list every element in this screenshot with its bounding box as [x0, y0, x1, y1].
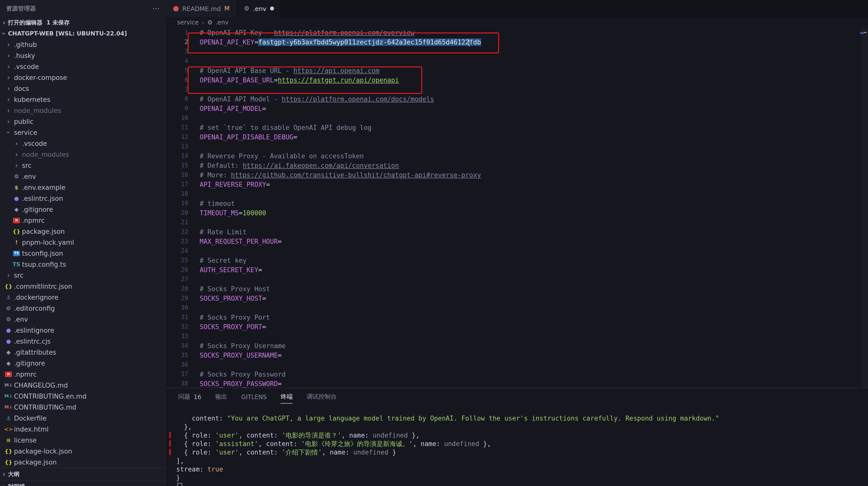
- code-line[interactable]: 30: [166, 303, 868, 313]
- tree-item-tsup.config.ts[interactable]: TStsup.config.ts: [0, 259, 166, 270]
- code-line[interactable]: 18: [166, 189, 868, 199]
- panel-tab-问题[interactable]: 问题16: [178, 388, 202, 406]
- code-line[interactable]: 34# Socks Proxy Username: [166, 341, 868, 351]
- project-root-header[interactable]: › CHATGPT-WEB [WSL: UBUNTU-22.04]: [0, 28, 166, 39]
- code-line[interactable]: 29SOCKS_PROXY_HOST=: [166, 294, 868, 303]
- tree-item-tsconfig.json[interactable]: TStsconfig.json: [0, 248, 166, 259]
- code-line[interactable]: 3: [166, 47, 868, 56]
- chevron-right-icon: ›: [7, 107, 10, 114]
- tree-item-.vscode[interactable]: ›.vscode: [0, 138, 166, 149]
- tree-item-src[interactable]: ›src: [0, 160, 166, 171]
- panel-tab-GITLENS[interactable]: GITLENS: [241, 388, 267, 406]
- code-editor[interactable]: 1# OpenAI API Key - https://platform.ope…: [166, 28, 868, 388]
- tree-item-.eslintignore[interactable]: ●.eslintignore: [0, 325, 166, 336]
- tree-item-.npmrc[interactable]: n.npmrc: [0, 369, 166, 380]
- code-line[interactable]: 6OPENAI_API_BASE_URL=https://fastgpt.run…: [166, 76, 868, 85]
- tab-readme[interactable]: README.md M: [166, 0, 237, 17]
- code-line[interactable]: 32SOCKS_PROXY_PORT=: [166, 322, 868, 332]
- code-line[interactable]: 10: [166, 113, 868, 123]
- tree-item-Dockerfile[interactable]: ⚓Dockerfile: [0, 412, 166, 424]
- code-line[interactable]: 24: [166, 246, 868, 256]
- tree-item-public[interactable]: ›public: [0, 116, 166, 127]
- breadcrumb-folder[interactable]: service: [177, 19, 199, 26]
- tree-item-src[interactable]: ›src: [0, 270, 166, 281]
- panel-tab-输出[interactable]: 输出: [215, 388, 227, 406]
- tree-item-package.json[interactable]: {}package.json: [0, 226, 166, 237]
- tree-item-package.json[interactable]: {}package.json: [0, 457, 166, 467]
- tree-item-node_modules[interactable]: ›node_modules: [0, 105, 166, 116]
- tree-item-node_modules[interactable]: ›node_modules: [0, 149, 166, 160]
- tree-item-pnpm-lock.yaml[interactable]: !pnpm-lock.yaml: [0, 237, 166, 248]
- tree-item-.npmrc[interactable]: n.npmrc: [0, 215, 166, 226]
- tree-item-docs[interactable]: ›docs: [0, 83, 166, 94]
- tree-item-.gitattributes[interactable]: ◆.gitattributes: [0, 347, 166, 358]
- tree-item-.env[interactable]: ⚙.env: [0, 171, 166, 182]
- tree-item-kubernetes[interactable]: ›kubernetes: [0, 94, 166, 105]
- code-line[interactable]: 5# OpenAI API Base URL - https://api.ope…: [166, 66, 868, 76]
- tree-item-label: .env.example: [22, 183, 65, 191]
- code-line[interactable]: 20TIMEOUT_MS=100000: [166, 208, 868, 218]
- code-line[interactable]: 12OPENAI_API_DISABLE_DEBUG=: [166, 132, 868, 142]
- tree-item-.eslintrc.json[interactable]: ●.eslintrc.json: [0, 193, 166, 204]
- code-line[interactable]: 35SOCKS_PROXY_USERNAME=: [166, 351, 868, 360]
- tree-item-license[interactable]: ≡license: [0, 434, 166, 446]
- editor-scrollbar[interactable]: [861, 28, 868, 388]
- terminal-line: }: [176, 474, 863, 482]
- tree-item-.husky[interactable]: ›.husky: [0, 50, 166, 61]
- code-line[interactable]: 15# Default: https://ai.fakeopen.com/api…: [166, 161, 868, 170]
- tree-item-docker-compose[interactable]: ›docker-compose: [0, 72, 166, 83]
- more-actions-icon[interactable]: ⋯: [152, 4, 160, 13]
- tree-item-.gitignore[interactable]: ◆.gitignore: [0, 204, 166, 215]
- code-line[interactable]: 13: [166, 142, 868, 151]
- code-line[interactable]: 14# Reverse Proxy - Available on accessT…: [166, 151, 868, 161]
- tree-item-CONTRIBUTING.en.md[interactable]: M↓CONTRIBUTING.en.md: [0, 391, 166, 402]
- tree-item-index.html[interactable]: <>index.html: [0, 424, 166, 434]
- tree-item-service[interactable]: ›service: [0, 127, 166, 138]
- code-line[interactable]: 17API_REVERSE_PROXY=: [166, 180, 868, 189]
- code-line[interactable]: 22# Rate Limit: [166, 227, 868, 237]
- code-line[interactable]: 27: [166, 275, 868, 284]
- code-line[interactable]: 11# set `true` to disable OpenAI API deb…: [166, 123, 868, 132]
- code-line[interactable]: 28# Socks Proxy Host: [166, 284, 868, 294]
- code-text: # More: https://github.com/transitive-bu…: [188, 170, 481, 180]
- code-line[interactable]: 7: [166, 85, 868, 94]
- tree-item-CHANGELOG.md[interactable]: M↓CHANGELOG.md: [0, 380, 166, 391]
- tree-item-.github[interactable]: ›.github: [0, 39, 166, 50]
- code-line[interactable]: 2OPENAI_API_KEY=fastgpt-y6b3axfbdd5wyp01…: [166, 37, 868, 47]
- tree-item-label: .gitignore: [22, 205, 53, 213]
- code-line[interactable]: 19# timeout: [166, 199, 868, 208]
- tree-item-.env[interactable]: ⚙.env: [0, 314, 166, 325]
- breadcrumb-file[interactable]: .env: [216, 19, 228, 26]
- code-line[interactable]: 23MAX_REQUEST_PER_HOUR=: [166, 237, 868, 246]
- tree-item-.dockerignore[interactable]: ⚓.dockerignore: [0, 292, 166, 303]
- tab-env[interactable]: .env: [237, 0, 281, 17]
- tree-item-.eslintrc.cjs[interactable]: ●.eslintrc.cjs: [0, 336, 166, 347]
- tree-item-.vscode[interactable]: ›.vscode: [0, 61, 166, 72]
- code-line[interactable]: 38SOCKS_PROXY_PASSWORD=: [166, 379, 868, 388]
- outline-section[interactable]: › 大纲: [0, 467, 166, 480]
- code-line[interactable]: 36: [166, 360, 868, 370]
- code-line[interactable]: 37# Socks Proxy Password: [166, 370, 868, 379]
- tree-item-package-lock.json[interactable]: {}package-lock.json: [0, 446, 166, 457]
- open-editors-section[interactable]: › 打开的编辑器 1 未保存: [0, 17, 166, 28]
- code-line[interactable]: 26AUTH_SECRET_KEY=: [166, 265, 868, 275]
- npm-icon: n: [5, 371, 12, 377]
- code-line[interactable]: 1# OpenAI API Key - https://platform.ope…: [166, 28, 868, 37]
- tree-item-CONTRIBUTING.md[interactable]: M↓CONTRIBUTING.md: [0, 402, 166, 412]
- code-line[interactable]: 16# More: https://github.com/transitive-…: [166, 170, 868, 180]
- code-line[interactable]: 8# OpenAI API Model - https://platform.o…: [166, 94, 868, 104]
- terminal[interactable]: content: "You are ChatGPT, a large langu…: [176, 414, 863, 486]
- code-line[interactable]: 25# Secret key: [166, 256, 868, 265]
- tree-item-.editorconfig[interactable]: ⚙.editorconfig: [0, 303, 166, 314]
- timeline-section[interactable]: › 时间线: [0, 480, 166, 486]
- code-line[interactable]: 4: [166, 56, 868, 66]
- panel-tab-调试控制台[interactable]: 调试控制台: [307, 388, 337, 406]
- code-line[interactable]: 21: [166, 218, 868, 227]
- tree-item-.env.example[interactable]: $.env.example: [0, 182, 166, 193]
- code-line[interactable]: 31# Socks Proxy Port: [166, 313, 868, 322]
- code-line[interactable]: 33: [166, 332, 868, 341]
- tree-item-.gitignore[interactable]: ◆.gitignore: [0, 358, 166, 369]
- panel-tab-终端[interactable]: 终端: [281, 388, 293, 406]
- tree-item-.commitlintrc.json[interactable]: {}.commitlintrc.json: [0, 281, 166, 292]
- code-line[interactable]: 9OPENAI_API_MODEL=: [166, 104, 868, 113]
